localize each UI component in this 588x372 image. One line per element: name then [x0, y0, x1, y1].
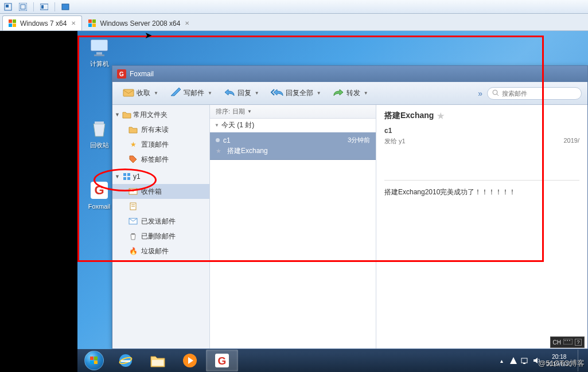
vm-tab-winserver[interactable]: Windows Server 2008 x64 ✕ — [82, 15, 196, 30]
svg-rect-3 — [21, 5, 25, 9]
toolbar-overflow[interactable]: » — [478, 89, 482, 98]
help-icon[interactable]: ? — [575, 339, 582, 346]
sidebar-account-y1[interactable]: ▼ y1 — [112, 169, 209, 184]
svg-rect-44 — [152, 360, 163, 366]
sidebar-label: 已删除邮件 — [141, 232, 176, 241]
sidebar-label: 标签邮件 — [141, 155, 169, 165]
star-icon[interactable]: ★ — [216, 147, 221, 155]
receive-label: 收取 — [137, 88, 150, 98]
search-input[interactable] — [502, 90, 577, 97]
spam-icon: 🔥 — [128, 246, 138, 256]
ime-language-bar[interactable]: CH ? — [550, 336, 585, 348]
compose-button[interactable]: 写邮件 ▼ — [165, 85, 217, 101]
reply-icon — [224, 88, 235, 98]
receive-button[interactable]: 收取 ▼ — [118, 85, 163, 101]
svg-rect-12 — [92, 19, 96, 23]
vm-tab-win7[interactable]: Windows 7 x64 ✕ — [2, 15, 82, 30]
sidebar-label: y1 — [133, 173, 141, 181]
sidebar-item-tagged[interactable]: 标签邮件 — [112, 152, 209, 167]
tray-up-icon[interactable]: ▴ — [497, 356, 507, 365]
account-icon — [122, 172, 131, 181]
vm-tab-label: Windows 7 x64 — [20, 19, 67, 28]
vm-tool-3[interactable] — [40, 2, 49, 11]
forward-button[interactable]: 转发 ▼ — [328, 85, 373, 101]
vm-tool-4[interactable] — [61, 2, 70, 11]
computer-icon — [88, 36, 111, 58]
mail-time: 3分钟前 — [348, 136, 370, 144]
desktop-icon-recycle[interactable]: 回收站 — [82, 117, 116, 150]
taskbar-explorer[interactable] — [142, 350, 174, 371]
svg-rect-15 — [91, 40, 108, 51]
vm-host-toolbar — [0, 0, 588, 14]
svg-text:G: G — [94, 183, 104, 197]
sidebar-item-trash[interactable]: 已删除邮件 — [112, 229, 209, 244]
preview-to-prefix: 发给 — [384, 138, 397, 144]
desktop-icon-label: 计算机 — [82, 60, 116, 68]
taskbar-ie[interactable] — [110, 350, 142, 371]
taskbar-wmp[interactable] — [174, 350, 206, 371]
svg-rect-14 — [92, 24, 96, 27]
folder-icon — [122, 110, 131, 119]
preview-from: c1 — [384, 127, 579, 135]
mail-item-selected[interactable]: c1 3分钟前 ★ 搭建Exchang — [210, 132, 376, 160]
mail-group-today[interactable]: ▼ 今天 (1 封) — [210, 119, 376, 132]
sidebar-item-pinned[interactable]: ★ 置顶邮件 — [112, 137, 209, 152]
foxmail-logo-icon: G — [117, 69, 126, 79]
foxmail-title-text: Foxmail — [130, 70, 154, 78]
svg-rect-6 — [62, 4, 69, 10]
svg-rect-17 — [94, 54, 104, 56]
sidebar-label: 常用文件夹 — [133, 110, 168, 120]
search-icon — [492, 88, 499, 99]
foxmail-body: ▼ 常用文件夹 所有未读 ★ 置顶邮件 标签邮件 — [112, 105, 587, 348]
windows-orb-icon — [84, 351, 104, 370]
start-button[interactable] — [79, 349, 110, 372]
reply-all-label: 回复全部 — [286, 88, 313, 98]
preview-to: y1 — [399, 138, 406, 144]
mail-sender: c1 — [223, 136, 344, 144]
foxmail-titlebar[interactable]: G Foxmail — [112, 66, 587, 82]
svg-rect-8 — [13, 19, 16, 23]
vm-tab-label: Windows Server 2008 x64 — [100, 19, 180, 28]
svg-rect-1 — [6, 5, 9, 7]
sidebar-item-spam[interactable]: 🔥 垃圾邮件 — [112, 244, 209, 259]
close-icon[interactable]: ✕ — [184, 20, 190, 27]
search-box[interactable] — [487, 87, 582, 100]
desktop-icon-computer[interactable]: 计算机 — [82, 36, 116, 68]
svg-rect-24 — [123, 173, 126, 176]
media-player-icon — [182, 353, 198, 369]
svg-point-37 — [569, 340, 570, 341]
vm-tool-1[interactable] — [3, 2, 13, 11]
mail-sort-header[interactable]: 排序:日期 ▼ — [210, 105, 376, 119]
windows-icon — [9, 19, 17, 28]
taskbar-foxmail[interactable]: G — [206, 350, 238, 371]
star-icon[interactable]: ★ — [437, 111, 445, 120]
sidebar-common-header[interactable]: ▼ 常用文件夹 — [112, 107, 209, 122]
svg-rect-39 — [94, 357, 98, 360]
chevron-down-icon: ▼ — [364, 91, 368, 96]
network-icon[interactable] — [520, 356, 529, 365]
sidebar-item-inbox[interactable]: 收件箱 — [112, 184, 209, 199]
svg-point-36 — [567, 340, 568, 341]
inbox-receive-icon — [123, 88, 134, 99]
chevron-down-icon: ▼ — [115, 112, 120, 118]
svg-line-23 — [497, 94, 499, 96]
close-icon[interactable]: ✕ — [70, 20, 77, 27]
reply-button[interactable]: 回复 ▼ — [219, 85, 264, 101]
windows-desktop[interactable]: 计算机 回收站 G Foxmail G Foxmail 收取 ▼ — [77, 31, 588, 372]
reply-all-button[interactable]: 回复全部 ▼ — [266, 85, 326, 101]
sidebar-item-sent[interactable]: 已发送邮件 — [112, 214, 209, 229]
svg-rect-25 — [127, 173, 130, 176]
desktop-icon-foxmail[interactable]: G Foxmail — [82, 179, 116, 210]
svg-rect-9 — [9, 24, 12, 27]
ime-lang-label[interactable]: CH — [553, 339, 561, 346]
desktop-icon-label: Foxmail — [82, 203, 116, 210]
vm-tool-2[interactable] — [18, 2, 28, 11]
keyboard-icon[interactable] — [563, 339, 573, 346]
svg-text:G: G — [218, 355, 227, 367]
preview-divider — [384, 180, 579, 181]
sidebar-item-drafts[interactable] — [112, 199, 209, 214]
sidebar-item-unread[interactable]: 所有未读 — [112, 122, 209, 137]
preview-body: 搭建Exchang2010完美成功了！！！！！！ — [384, 187, 579, 197]
action-center-icon[interactable] — [509, 356, 518, 365]
sidebar-label: 所有未读 — [141, 125, 169, 135]
